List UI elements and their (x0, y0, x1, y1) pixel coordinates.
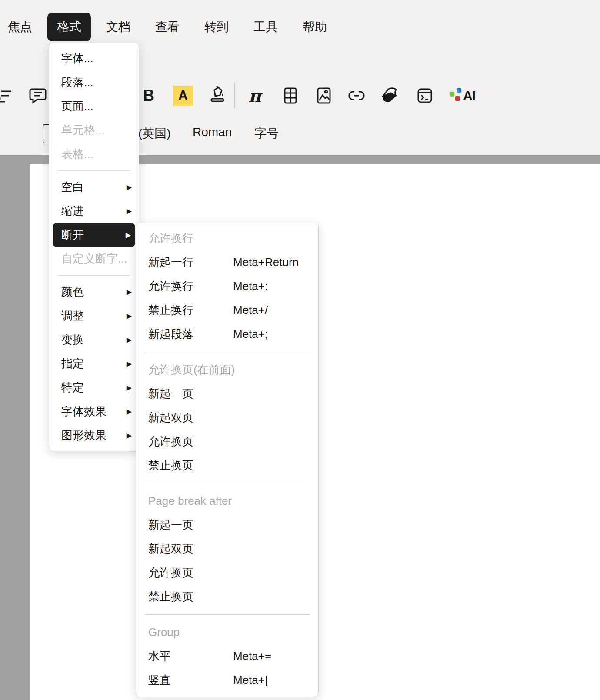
break-submenu-item-3-1[interactable]: 竖直Meta+| (136, 668, 318, 692)
submenu-arrow-icon: ▶ (127, 207, 132, 215)
break-submenu-item-1-1[interactable]: 新起双页 (136, 406, 318, 430)
menu-item-label: 新起双页 (148, 541, 193, 557)
menu-help[interactable]: 帮助 (303, 19, 327, 35)
menu-item-label: 允许换页 (148, 434, 193, 449)
image-icon[interactable] (313, 85, 334, 106)
menu-goto[interactable]: 转到 (204, 19, 229, 35)
format-menu-item-2[interactable]: 页面... (49, 94, 139, 118)
submenu-arrow-icon: ▶ (127, 383, 132, 392)
format-menu-item-8[interactable]: 断开▶ (53, 223, 135, 247)
break-submenu-item-3-0[interactable]: 水平Meta+= (136, 644, 318, 668)
menu-divider (58, 170, 130, 171)
menu-item-label: 特定 (61, 380, 84, 395)
bold-icon[interactable]: B (138, 85, 159, 106)
submenu-arrow-icon: ▶ (127, 288, 132, 296)
menu-document[interactable]: 文档 (106, 19, 130, 35)
format-menu-item-0[interactable]: 字体... (49, 47, 139, 70)
menu-item-label: 图形效果 (61, 428, 107, 443)
menu-item-label: 颜色 (61, 284, 84, 300)
toolbar-separator (234, 83, 235, 109)
menu-item-label: 调整 (61, 308, 84, 323)
submenu-arrow-icon: ▶ (127, 360, 132, 368)
break-submenu-item-1-3[interactable]: 禁止换页 (136, 453, 318, 477)
menu-item-label: 新起段落 (148, 327, 193, 342)
menu-item-shortcut: Meta+/ (233, 303, 268, 317)
menu-item-label: 缩进 (61, 203, 84, 219)
menu-item-label: 指定 (61, 356, 84, 371)
menu-item-shortcut: Meta+; (233, 327, 268, 341)
menu-item-label: 段落... (61, 75, 93, 90)
menu-item-label: 字体... (61, 51, 93, 66)
link-icon[interactable] (346, 85, 367, 106)
menu-item-label: 新起一页 (148, 386, 193, 401)
break-submenu-item-2-0[interactable]: 新起一页 (136, 513, 318, 537)
fill-color-icon[interactable] (207, 85, 228, 106)
menu-item-label: 禁止换页 (148, 458, 193, 473)
menu-divider (58, 275, 130, 276)
break-submenu-item-2-3[interactable]: 禁止换页 (136, 585, 318, 609)
format-menu-item-15[interactable]: 特定▶ (49, 376, 139, 400)
font-name-selector[interactable]: Roman (193, 125, 232, 139)
submenu-section-header: 允许换页(在前面) (136, 358, 318, 382)
menu-focus[interactable]: 焦点 (8, 19, 32, 35)
break-submenu-item-0-3[interactable]: 新起段落Meta+; (136, 322, 318, 346)
menu-item-shortcut: Meta+: (233, 280, 268, 293)
break-submenu-item-2-2[interactable]: 允许换页 (136, 561, 318, 585)
formula-icon[interactable]: π (244, 85, 265, 106)
menu-item-label: 断开 (61, 227, 84, 243)
format-menu-item-1[interactable]: 段落... (49, 70, 139, 94)
font-size-selector[interactable]: 字号 (254, 125, 279, 142)
table-icon[interactable] (280, 85, 301, 106)
format-menu-item-3: 单元格... (49, 118, 139, 142)
format-menu-item-6[interactable]: 空白▶ (49, 175, 139, 199)
break-submenu-item-2-1[interactable]: 新起双页 (136, 537, 318, 561)
break-submenu-item-0-1[interactable]: 允许换行Meta+: (136, 274, 318, 298)
break-submenu-item-1-2[interactable]: 允许换页 (136, 430, 318, 453)
break-submenu-item-0-0[interactable]: 新起一行Meta+Return (136, 250, 318, 274)
menu-item-label: 允许换页 (148, 565, 193, 580)
menu-item-label: 字体效果 (61, 404, 107, 419)
menu-view[interactable]: 查看 (155, 19, 180, 35)
break-submenu: 允许换行新起一行Meta+Return允许换行Meta+:禁止换行Meta+/新… (136, 223, 319, 697)
submenu-section-header: Page break after (136, 489, 318, 513)
submenu-arrow-icon: ▶ (126, 231, 131, 239)
outline-list-icon[interactable] (0, 85, 14, 106)
menu-item-label: 禁止换行 (148, 303, 193, 318)
page-fold-icon[interactable] (380, 85, 401, 106)
comment-icon[interactable] (27, 85, 48, 106)
language-selector[interactable]: (英国) (138, 125, 171, 142)
format-menu-item-12[interactable]: 调整▶ (49, 304, 139, 328)
menu-item-label: 页面... (61, 99, 93, 114)
submenu-section-header: Group (136, 620, 318, 644)
format-menu-item-14[interactable]: 指定▶ (49, 352, 139, 376)
format-menu-item-11[interactable]: 颜色▶ (49, 280, 139, 304)
menu-item-label: 水平 (148, 649, 171, 664)
format-menu: 字体...段落...页面...单元格...表格...空白▶缩进▶断开▶自定义断字… (49, 43, 139, 451)
menu-tools[interactable]: 工具 (253, 19, 278, 35)
menu-item-label: 新起一页 (148, 517, 193, 533)
ai-icon[interactable]: AI (449, 85, 477, 106)
format-menu-item-7[interactable]: 缩进▶ (49, 199, 139, 223)
format-menu-item-9: 自定义断字... (49, 247, 139, 271)
menu-item-label: 禁止换页 (148, 589, 193, 604)
highlight-color-icon[interactable]: A (173, 85, 193, 106)
menu-item-label: 空白 (61, 180, 84, 195)
menu-item-label: 允许换行 (148, 279, 193, 294)
submenu-arrow-icon: ▶ (127, 407, 132, 416)
submenu-arrow-icon: ▶ (127, 336, 132, 344)
submenu-arrow-icon: ▶ (127, 431, 132, 440)
menu-format[interactable]: 格式 (47, 13, 91, 41)
menu-divider (145, 352, 310, 352)
terminal-icon[interactable] (414, 85, 435, 106)
menu-item-label: 新起一行 (148, 255, 193, 270)
break-submenu-item-1-0[interactable]: 新起一页 (136, 382, 318, 406)
menu-item-shortcut: Meta+| (233, 673, 268, 687)
format-menu-item-4: 表格... (49, 142, 139, 166)
submenu-arrow-icon: ▶ (127, 312, 132, 320)
format-menu-item-13[interactable]: 变换▶ (49, 328, 139, 352)
menu-item-label: 自定义断字... (61, 251, 127, 267)
format-menu-item-16[interactable]: 字体效果▶ (49, 400, 139, 423)
break-submenu-item-0-2[interactable]: 禁止换行Meta+/ (136, 298, 318, 322)
format-menu-item-17[interactable]: 图形效果▶ (49, 423, 139, 447)
menu-item-shortcut: Meta+= (233, 650, 271, 663)
